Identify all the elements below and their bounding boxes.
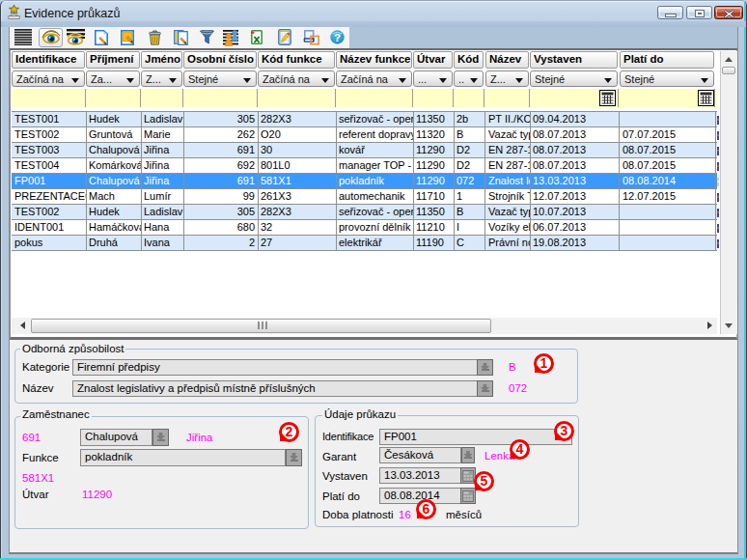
svg-text:?: ? <box>334 32 341 43</box>
